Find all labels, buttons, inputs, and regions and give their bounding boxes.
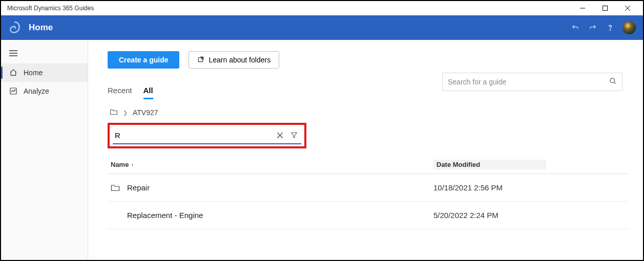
- clear-filter-button[interactable]: [273, 133, 287, 138]
- sidebar-item-home[interactable]: Home: [1, 63, 88, 82]
- row-name: Replacement - Engine: [127, 211, 433, 220]
- filter-highlight: [108, 123, 306, 148]
- sidebar: Home Analyze: [1, 40, 88, 260]
- chevron-right-icon: ❯: [123, 110, 128, 116]
- redo-icon[interactable]: [588, 23, 598, 33]
- main-content: Create a guide Learn about folders Searc…: [88, 40, 643, 260]
- undo-icon[interactable]: [570, 23, 580, 33]
- window-minimize-button[interactable]: [571, 1, 594, 15]
- search-placeholder: Search for a guide: [448, 78, 609, 86]
- avatar[interactable]: [622, 21, 636, 34]
- window-title: Microsoft Dynamics 365 Guides: [7, 5, 571, 12]
- global-search[interactable]: Search for a guide: [442, 73, 622, 91]
- table-row[interactable]: Replacement - Engine 5/20/2022 2:24 PM: [108, 202, 629, 229]
- external-link-icon: [197, 56, 204, 64]
- create-guide-button[interactable]: Create a guide: [108, 51, 179, 69]
- folder-root-icon[interactable]: [110, 108, 118, 117]
- tab-all[interactable]: All: [143, 86, 153, 99]
- breadcrumb: ❯ ATV927: [108, 108, 629, 117]
- help-icon[interactable]: [605, 23, 615, 33]
- window-titlebar: Microsoft Dynamics 365 Guides: [1, 1, 643, 15]
- hamburger-button[interactable]: [1, 46, 88, 63]
- learn-folders-label: Learn about folders: [209, 56, 271, 64]
- breadcrumb-current[interactable]: ATV927: [133, 108, 158, 117]
- folder-icon: [111, 184, 127, 191]
- learn-folders-button[interactable]: Learn about folders: [189, 51, 279, 69]
- folder-filter-input[interactable]: [113, 130, 273, 141]
- column-header-date-modified[interactable]: Date Modified: [433, 160, 546, 169]
- app-logo-icon: [8, 21, 22, 34]
- page-title: Home: [29, 23, 570, 33]
- analyze-icon: [9, 87, 17, 95]
- sidebar-item-analyze[interactable]: Analyze: [1, 82, 88, 100]
- window-maximize-button[interactable]: [594, 1, 616, 15]
- table-row[interactable]: Repair 10/18/2021 2:56 PM: [108, 174, 629, 202]
- svg-point-10: [610, 78, 615, 83]
- sidebar-item-label: Home: [24, 69, 43, 77]
- svg-line-11: [614, 82, 615, 83]
- home-icon: [9, 69, 17, 77]
- filter-icon[interactable]: [287, 132, 301, 139]
- svg-point-4: [610, 30, 610, 30]
- app-header: Home: [1, 15, 643, 40]
- window-close-button[interactable]: [616, 1, 639, 15]
- row-date: 5/20/2022 2:24 PM: [433, 211, 567, 220]
- sort-ascending-icon: ↑: [131, 162, 134, 168]
- sidebar-item-label: Analyze: [24, 87, 49, 95]
- search-icon: [609, 77, 617, 86]
- svg-rect-1: [603, 6, 608, 11]
- row-date: 10/18/2021 2:56 PM: [433, 183, 567, 192]
- tab-recent[interactable]: Recent: [108, 86, 132, 99]
- svg-marker-14: [292, 133, 297, 137]
- row-name: Repair: [127, 183, 433, 192]
- table-header: Name ↑ Date Modified: [108, 156, 629, 174]
- column-header-name[interactable]: Name ↑: [111, 160, 433, 169]
